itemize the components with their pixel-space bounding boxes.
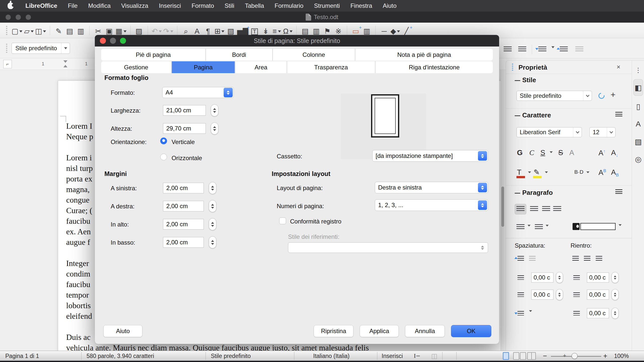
- zoom-in-icon[interactable]: +: [603, 351, 607, 361]
- increase-paragraph-spacing-icon[interactable]: [558, 44, 570, 55]
- below-spacing-input[interactable]: 0,00 c: [531, 290, 553, 300]
- separator[interactable]: [148, 26, 148, 35]
- menu-tabella[interactable]: Tabella: [239, 0, 269, 12]
- menu-finestra[interactable]: Finestra: [345, 0, 378, 12]
- collapse-icon[interactable]: [515, 193, 520, 194]
- shadow-button[interactable]: A: [569, 149, 574, 156]
- single-page-view-icon[interactable]: [503, 351, 509, 361]
- bottom-margin-input[interactable]: 2,00 cm: [163, 237, 204, 248]
- page-numbers-select[interactable]: 1, 2, 3, ...: [375, 199, 488, 211]
- zoom-slider-thumb[interactable]: [572, 353, 578, 359]
- tab-pie-di-pagina[interactable]: Piè di pagina: [101, 49, 205, 61]
- increase-indent-icon[interactable]: [502, 44, 513, 55]
- italic-button[interactable]: C: [529, 149, 534, 156]
- copy-icon[interactable]: ▣: [104, 25, 115, 36]
- style-inspector-tab-icon[interactable]: A: [633, 116, 643, 131]
- menu-strumenti[interactable]: Strumenti: [309, 0, 345, 12]
- align-center-button[interactable]: [528, 204, 540, 214]
- separator[interactable]: [50, 26, 50, 35]
- subscript-button[interactable]: AB: [611, 169, 619, 177]
- separator[interactable]: [130, 26, 131, 35]
- font-size-select[interactable]: 12: [589, 127, 616, 137]
- text-language[interactable]: Italiano (Italia): [313, 351, 349, 361]
- book-view-icon[interactable]: [527, 351, 536, 361]
- chevron-down-icon[interactable]: [546, 227, 549, 234]
- insert-bookmark-icon[interactable]: ⚑: [322, 25, 333, 36]
- clone-formatting-icon[interactable]: ▨: [134, 25, 145, 36]
- insert-table-icon[interactable]: ⊞: [214, 25, 225, 36]
- paragraph-style-combo[interactable]: Stile predefinito: [12, 43, 70, 54]
- scrollbar-thumb[interactable]: [501, 187, 504, 227]
- chevron-down-icon[interactable]: [619, 226, 622, 233]
- insert-page-break-icon[interactable]: ↡: [260, 25, 271, 36]
- insert-field-icon[interactable]: ≡: [271, 25, 282, 36]
- insert-chart-icon[interactable]: ▅▇: [236, 25, 249, 36]
- before-text-indent-icon[interactable]: [571, 272, 582, 283]
- menu-inserisci[interactable]: Inserisci: [153, 0, 186, 12]
- insert-image-icon[interactable]: ▧: [225, 25, 236, 36]
- menu-formato[interactable]: Formato: [186, 0, 219, 12]
- undo-icon[interactable]: ↶: [151, 25, 163, 36]
- zoom-out-icon[interactable]: −: [543, 351, 547, 361]
- increase-spacing-icon[interactable]: [515, 253, 527, 264]
- top-margin-input[interactable]: 2,00 cm: [163, 219, 204, 230]
- font-name-select[interactable]: Liberation Serif: [516, 127, 582, 137]
- zoom-level[interactable]: 100%: [614, 351, 629, 361]
- chevron-down-icon[interactable]: [528, 173, 531, 180]
- separator[interactable]: [375, 26, 376, 35]
- portrait-radio[interactable]: [160, 138, 167, 144]
- page-count[interactable]: Pagina 1 di 1: [5, 351, 39, 361]
- top-margin-stepper[interactable]: [209, 218, 216, 230]
- collapse-icon[interactable]: [515, 115, 520, 116]
- separator[interactable]: [296, 26, 297, 35]
- spelling-icon[interactable]: A: [191, 25, 203, 36]
- below-spacing-stepper[interactable]: [556, 289, 563, 300]
- tab-area[interactable]: Area: [235, 61, 287, 73]
- stepper-icon[interactable]: [224, 88, 233, 97]
- separator[interactable]: [177, 26, 177, 35]
- align-justify-button[interactable]: [551, 204, 563, 214]
- paragraph-background-color-icon[interactable]: [573, 223, 580, 230]
- bold-button[interactable]: G: [517, 149, 523, 156]
- stepper-icon[interactable]: [478, 183, 487, 192]
- right-margin-stepper[interactable]: [209, 200, 216, 212]
- font-color-button[interactable]: T: [517, 169, 521, 176]
- separator[interactable]: [347, 26, 347, 35]
- reset-button[interactable]: Ripristina: [314, 325, 353, 337]
- insert-cross-reference-icon[interactable]: ※: [333, 25, 344, 36]
- word-count[interactable]: 580 parole, 3.940 caratteri: [87, 351, 154, 361]
- after-text-indent-icon[interactable]: [571, 289, 582, 300]
- vertical-scrollbar[interactable]: [501, 70, 505, 351]
- character-spacing-button[interactable]: B·D: [574, 169, 583, 174]
- tab-colonne[interactable]: Colonne: [273, 49, 355, 61]
- page-style[interactable]: Stile predefinito: [211, 351, 251, 361]
- tab-trasparenza[interactable]: Trasparenza: [287, 61, 375, 73]
- increase-indent-icon[interactable]: [570, 253, 581, 264]
- menu-modifica[interactable]: Modifica: [83, 0, 116, 12]
- multi-page-view-icon[interactable]: [513, 351, 526, 361]
- tab-bordi[interactable]: Bordi: [206, 49, 272, 61]
- underline-button[interactable]: S: [540, 149, 545, 156]
- align-left-button[interactable]: [515, 204, 526, 214]
- insert-special-character-icon[interactable]: Ω: [282, 25, 293, 36]
- sidebar-drag-handle[interactable]: [512, 64, 513, 71]
- insert-mode[interactable]: Inserisci: [382, 351, 403, 361]
- print-icon[interactable]: ▤: [64, 25, 75, 36]
- insert-comment-icon[interactable]: ▭: [350, 25, 361, 36]
- chevron-down-icon[interactable]: [551, 48, 554, 53]
- tab-pagina[interactable]: Pagina: [172, 61, 234, 73]
- chevron-down-icon[interactable]: [545, 173, 548, 180]
- decrease-indent-icon[interactable]: [581, 253, 593, 264]
- decrease-indent-icon[interactable]: [516, 44, 528, 55]
- apple-logo-icon[interactable]: [8, 3, 14, 9]
- insert-footnote-icon[interactable]: ▤: [300, 25, 311, 36]
- basic-shapes-icon[interactable]: ◆: [390, 25, 401, 36]
- before-indent-stepper[interactable]: [612, 272, 619, 283]
- width-input[interactable]: 21,00 cm: [163, 105, 206, 116]
- style-select[interactable]: Stile predefinito: [516, 91, 592, 101]
- register-true-checkbox[interactable]: [279, 217, 286, 224]
- menu-file[interactable]: File: [63, 0, 83, 12]
- chevron-down-icon[interactable]: [61, 43, 70, 54]
- left-margin-input[interactable]: 2,00 cm: [163, 183, 204, 193]
- grow-font-button[interactable]: A↑: [598, 149, 606, 157]
